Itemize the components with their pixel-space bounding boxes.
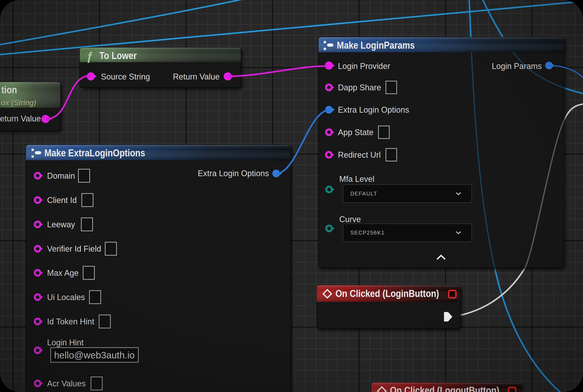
svg-text:Redirect Url: Redirect Url	[338, 150, 381, 160]
svg-text:DEFAULT: DEFAULT	[350, 190, 377, 197]
svg-text:Make LoginParams: Make LoginParams	[337, 40, 415, 51]
svg-text:Leeway: Leeway	[47, 220, 75, 229]
svg-text:To Lower: To Lower	[99, 50, 137, 61]
svg-text:Dapp Share: Dapp Share	[338, 83, 381, 92]
svg-text:hello@web3auth.io: hello@web3auth.io	[54, 350, 135, 360]
svg-text:Make ExtraLoginOptions: Make ExtraLoginOptions	[44, 147, 145, 158]
svg-text:Domain: Domain	[47, 171, 75, 180]
svg-text:SECP256K1: SECP256K1	[350, 230, 385, 236]
svg-text:Ui Locales: Ui Locales	[47, 293, 85, 302]
svg-text:ƒ: ƒ	[86, 50, 93, 63]
svg-text:Client Id: Client Id	[47, 196, 77, 205]
svg-text:Acr Values: Acr Values	[47, 379, 86, 388]
svg-text:Login Provider: Login Provider	[338, 62, 390, 71]
svg-text:On Clicked (LogoutButton): On Clicked (LogoutButton)	[390, 384, 499, 392]
svg-text:Extra Login Options: Extra Login Options	[198, 169, 269, 178]
svg-text:Login Hint: Login Hint	[47, 338, 84, 347]
svg-text:tion: tion	[1, 84, 17, 96]
svg-text:Login Params: Login Params	[492, 62, 542, 71]
svg-text:Return Value: Return Value	[0, 114, 41, 123]
svg-text:Mfa Level: Mfa Level	[339, 174, 374, 184]
svg-text:Return Value: Return Value	[173, 72, 220, 81]
svg-text:Curve: Curve	[339, 215, 361, 224]
svg-text:Extra Login Options: Extra Login Options	[338, 105, 409, 114]
svg-text:ox (String): ox (String)	[1, 98, 36, 107]
svg-text:Source String: Source String	[101, 72, 150, 81]
svg-text:On Clicked (LoginButton): On Clicked (LoginButton)	[336, 288, 439, 299]
svg-text:App State: App State	[338, 128, 374, 137]
svg-text:Max Age: Max Age	[47, 268, 78, 278]
svg-text:Id Token Hint: Id Token Hint	[47, 317, 94, 326]
svg-text:Verifier Id Field: Verifier Id Field	[47, 244, 101, 254]
